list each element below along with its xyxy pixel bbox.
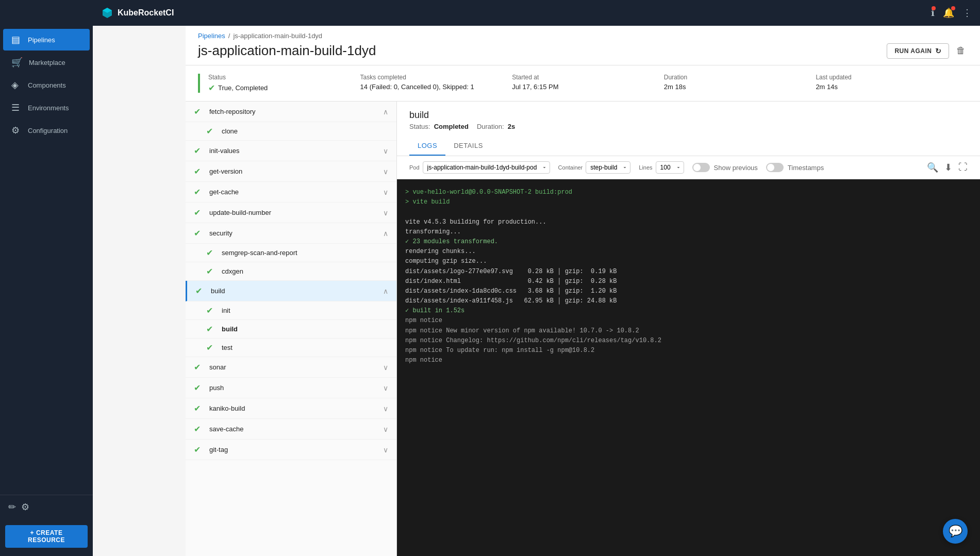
- step-check-icon: ✔: [194, 362, 204, 372]
- pipeline-step-save-cache[interactable]: ✔ save-cache ∨: [186, 419, 396, 440]
- step-name: init: [222, 307, 388, 314]
- pipeline-step-security[interactable]: ✔ security ∧: [186, 223, 396, 244]
- expand-icon[interactable]: ∧: [383, 108, 388, 116]
- expand-icon[interactable]: ∨: [383, 446, 388, 454]
- tasks-section: Tasks completed 14 (Failed: 0, Cancelled…: [360, 74, 512, 93]
- step-name: init-values: [209, 147, 378, 155]
- chat-bubble[interactable]: 💬: [943, 519, 968, 544]
- expand-icon[interactable]: ∨: [383, 147, 388, 155]
- last-updated-label: Last updated: [816, 74, 955, 81]
- fullscreen-icon[interactable]: ⛶: [958, 162, 968, 173]
- show-previous-toggle[interactable]: Show previous: [692, 163, 758, 172]
- run-again-button[interactable]: RUN AGAIN ↻: [887, 43, 949, 59]
- log-status-value: Completed: [434, 123, 469, 130]
- log-content[interactable]: > vue-hello-world@0.0.0-SNAPSHOT-2 build…: [397, 179, 980, 556]
- timestamps-switch[interactable]: [766, 163, 784, 172]
- step-check-icon: ✔: [194, 107, 204, 116]
- step-check-icon: ✔: [206, 126, 217, 136]
- pipeline-step-push[interactable]: ✔ push ∨: [186, 378, 396, 398]
- download-icon[interactable]: ⬇: [944, 162, 952, 173]
- breadcrumb: Pipelines / js-application-main-build-1d…: [198, 32, 968, 40]
- expand-icon[interactable]: ∧: [383, 229, 388, 238]
- expand-icon[interactable]: ∨: [383, 363, 388, 372]
- started-section: Started at Jul 17, 6:15 PM: [512, 74, 664, 93]
- pipeline-step-build-child[interactable]: ✔ build: [186, 320, 396, 339]
- container-select[interactable]: step-build: [586, 161, 630, 174]
- step-name: get-version: [209, 167, 378, 175]
- components-icon: ◈: [11, 79, 22, 91]
- tab-logs[interactable]: LOGS: [409, 137, 445, 156]
- pipeline-step-fetch-repository[interactable]: ✔ fetch-repository ∧: [186, 102, 396, 122]
- duration-label: Duration: [664, 74, 804, 81]
- step-check-icon: ✔: [194, 383, 204, 393]
- pipeline-step-get-cache[interactable]: ✔ get-cache ∨: [186, 182, 396, 203]
- step-check-icon: ✔: [194, 228, 204, 238]
- pipeline-step-cdxgen[interactable]: ✔ cdxgen: [186, 262, 396, 281]
- pod-select[interactable]: js-application-main-build-1dyd-build-pod: [423, 161, 550, 174]
- pipeline-step-semgrep[interactable]: ✔ semgrep-scan-and-report: [186, 244, 396, 262]
- timestamps-toggle[interactable]: Timestamps: [766, 163, 824, 172]
- duration-value: 2m 18s: [664, 83, 804, 91]
- expand-icon[interactable]: ∨: [383, 405, 388, 413]
- app-logo: KubeRocketCI: [101, 7, 174, 19]
- pipeline-step-sonar[interactable]: ✔ sonar ∨: [186, 357, 396, 378]
- log-status-row: Status: Completed Duration: 2s: [409, 123, 968, 130]
- sidebar-nav: ⊞ Overview ▤ Pipelines 🛒 Marketplace ◈ C…: [0, 0, 93, 495]
- pipeline-step-update-build-number[interactable]: ✔ update-build-number ∨: [186, 203, 396, 223]
- step-name: sonar: [209, 363, 378, 371]
- expand-icon[interactable]: ∨: [383, 167, 388, 176]
- pipeline-step-init[interactable]: ✔ init: [186, 301, 396, 320]
- sidebar-item-components[interactable]: ◈ Components: [3, 74, 90, 96]
- sidebar-item-components-label: Components: [28, 81, 66, 89]
- status-value: ✔ True, Completed: [208, 83, 348, 93]
- sidebar-item-marketplace-label: Marketplace: [29, 59, 65, 66]
- settings-icon[interactable]: ⚙: [21, 501, 29, 513]
- step-name: build: [222, 325, 388, 333]
- show-previous-switch[interactable]: [692, 163, 710, 172]
- last-updated-section: Last updated 2m 14s: [816, 74, 968, 93]
- search-icon[interactable]: 🔍: [927, 162, 938, 173]
- sidebar-item-environments-label: Environments: [28, 104, 69, 112]
- expand-icon[interactable]: ∨: [383, 209, 388, 217]
- app-title: KubeRocketCI: [118, 8, 174, 18]
- edit-icon[interactable]: ✏: [8, 501, 16, 513]
- configuration-icon: ⚙: [11, 125, 22, 136]
- pipeline-step-init-values[interactable]: ✔ init-values ∨: [186, 141, 396, 161]
- delete-button[interactable]: 🗑: [954, 43, 968, 58]
- run-again-label: RUN AGAIN: [894, 47, 932, 55]
- pipeline-step-build-parent[interactable]: ✔ build ∧: [186, 281, 396, 301]
- step-check-icon: ✔: [206, 266, 217, 276]
- sidebar-item-configuration-label: Configuration: [28, 127, 68, 134]
- pipeline-step-get-version[interactable]: ✔ get-version ∨: [186, 161, 396, 182]
- page-title-row: js-application-main-build-1dyd RUN AGAIN…: [198, 43, 968, 65]
- marketplace-icon: 🛒: [11, 57, 23, 68]
- container-control: Container step-build: [558, 161, 631, 174]
- pipeline-step-kaniko-build[interactable]: ✔ kaniko-build ∨: [186, 398, 396, 419]
- pod-label: Pod: [409, 164, 420, 171]
- lines-select[interactable]: 100: [656, 161, 684, 174]
- breadcrumb-parent[interactable]: Pipelines: [198, 32, 225, 40]
- notification-icon[interactable]: 🔔: [943, 7, 954, 19]
- tab-details[interactable]: DETAILS: [445, 137, 491, 156]
- step-check-icon: ✔: [194, 208, 204, 217]
- expand-icon[interactable]: ∨: [383, 425, 388, 433]
- step-name: save-cache: [209, 425, 378, 433]
- more-menu-icon[interactable]: ⋮: [962, 7, 972, 19]
- pipeline-step-git-tag[interactable]: ✔ git-tag ∨: [186, 440, 396, 460]
- step-name: test: [222, 344, 388, 351]
- pipelines-icon: ▤: [11, 34, 22, 45]
- step-name: build: [211, 287, 378, 295]
- pipeline-step-test[interactable]: ✔ test: [186, 339, 396, 357]
- step-name: push: [209, 384, 378, 392]
- pipeline-step-clone[interactable]: ✔ clone: [186, 122, 396, 141]
- create-resource-button[interactable]: + CREATE RESOURCE: [5, 525, 88, 548]
- expand-icon[interactable]: ∨: [383, 384, 388, 392]
- sidebar-item-pipelines[interactable]: ▤ Pipelines: [3, 29, 90, 50]
- expand-icon[interactable]: ∧: [383, 287, 388, 295]
- sidebar-item-marketplace[interactable]: 🛒 Marketplace: [3, 52, 90, 73]
- info-icon[interactable]: ℹ: [931, 7, 935, 19]
- expand-icon[interactable]: ∨: [383, 188, 388, 196]
- sidebar-item-configuration[interactable]: ⚙ Configuration: [3, 120, 90, 141]
- step-name: semgrep-scan-and-report: [222, 249, 388, 257]
- sidebar-item-environments[interactable]: ☰ Environments: [3, 97, 90, 119]
